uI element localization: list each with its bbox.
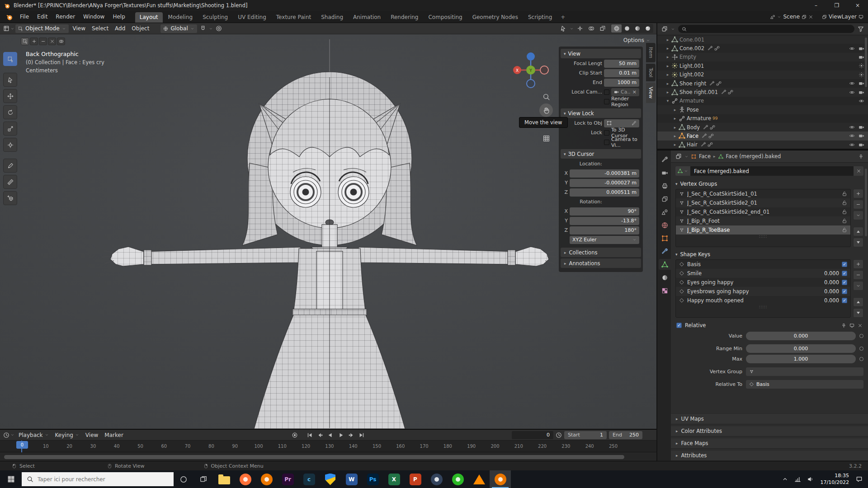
xray-toggle[interactable] [598,24,608,33]
cursor-location-x-field[interactable]: -0.000381 m [570,169,639,178]
taskbar-search[interactable] [22,472,174,486]
eye-toggle-icon[interactable] [849,142,855,148]
vertex-group-row-j-sec-r-coatskirtside1-01[interactable]: J_Sec_R_CoatSkirtSide1_01 [676,189,850,198]
frame-start-field[interactable]: Start1 [564,431,607,439]
shape-key-row-smile[interactable]: Smile0.000 [676,269,850,278]
lock-icon[interactable] [842,191,847,197]
properties-tab-world[interactable] [659,220,671,230]
tool-scale-button[interactable] [3,122,17,136]
expand-arrow-icon[interactable]: ▾ [665,99,671,103]
scene-selector[interactable]: Scene [770,14,813,20]
panel-header-attributes[interactable]: ▸Attributes [671,450,868,461]
taskbar-icon-powerpoint[interactable]: P [405,470,426,488]
timeline-menu-marker[interactable]: Marker [101,432,126,438]
mode-dropdown[interactable]: Object Mode [15,24,69,33]
timeline-menu-playback[interactable]: Playback [15,432,52,438]
outliner-item-armature[interactable]: ▸Armature99 [657,114,868,123]
filter-icon[interactable] [858,26,864,32]
cortana-button[interactable] [174,470,193,488]
camera-toggle-icon[interactable] [859,124,864,130]
shape-key-row-eyesbrows-going-happy[interactable]: Eyesbrows going happy0.000 [676,287,850,296]
taskbar-icon-steam[interactable] [426,470,447,488]
start-button[interactable] [0,470,22,488]
shape-key-value[interactable]: 0.000 [813,279,839,286]
tool-select-box-button[interactable] [3,52,17,66]
sidebar-tab-view[interactable]: View [646,83,656,103]
cursor-rotation-z-field[interactable]: 180° [570,226,639,235]
sidebar-tab-tool[interactable]: Tool [646,64,656,81]
view-section-header[interactable]: ▾View [561,49,641,58]
light-toggle-icon[interactable] [859,72,864,78]
menu-edit[interactable]: Edit [33,14,52,20]
light-toggle-icon[interactable] [859,63,864,69]
expand-arrow-icon[interactable]: ▸ [672,108,678,112]
properties-tab-object[interactable] [659,233,671,244]
viewport-menu-object[interactable]: Object [128,25,152,32]
overlays-dropdown[interactable] [586,24,596,33]
outliner-item-armature[interactable]: ▾Armature [657,97,868,105]
list-resize-handle[interactable]: ::::: [676,305,850,309]
camera-to-view-checkbox[interactable] [604,140,609,145]
playhead[interactable]: 0 [16,441,28,449]
editor-type-icon[interactable] [661,26,668,32]
shading-solid-button[interactable] [622,24,632,33]
clip-start-field[interactable]: 0.01 m [604,69,639,77]
snap-options-chevron-icon[interactable] [209,27,213,31]
rotation-order-dropdown[interactable]: XYZ Euler [570,236,639,244]
workspace-tab-rendering[interactable]: Rendering [386,12,423,23]
properties-scrollbar[interactable] [865,169,867,236]
taskbar-icon-excel[interactable]: X [383,470,405,488]
taskbar-icon-blender[interactable] [256,470,277,488]
remove-shape-key-button[interactable] [853,270,863,280]
cursor-location-y-field[interactable]: -0.000027 m [570,179,639,187]
taskbar-icon-file-explorer[interactable] [213,470,235,488]
eye-toggle-icon[interactable] [849,80,855,86]
select-mode-new-button[interactable] [21,38,29,45]
previous-keyframe-button[interactable] [315,431,325,440]
vertex-group-row-j-bip-r-toebase[interactable]: J_Bip_R_ToeBase [676,225,850,235]
outliner-item-shoe-right-001[interactable]: ▸Shoe right.001 [657,88,868,96]
move-shape-key-down-button[interactable] [853,308,863,318]
vertex-group-row-j-sec-r-coatskirtside2-end-01[interactable]: J_Sec_R_CoatSkirtSide2_end_01 [676,207,850,216]
breadcrumb-object[interactable]: Face [699,153,711,160]
vertex-group-row-j-bip-r-foot[interactable]: J_Bip_R_Foot [676,216,850,225]
camera-toggle-icon[interactable] [859,142,864,148]
taskbar-icon-whatsapp[interactable] [447,470,468,488]
outliner-item-empty[interactable]: ▸Empty [657,53,868,61]
render-region-checkbox[interactable] [604,99,609,104]
tool-rotate-button[interactable] [3,105,17,119]
camera-toggle-icon[interactable] [859,46,864,52]
task-view-button[interactable] [193,470,213,488]
clip-end-field[interactable]: 1000 m [604,79,639,87]
editor-type-icon[interactable] [675,153,682,160]
taskbar-icon-utility-a[interactable] [468,470,490,488]
tool-options-button[interactable]: Options [623,37,650,43]
move-view-button[interactable] [539,103,553,117]
new-scene-icon[interactable] [802,14,807,19]
tray-volume-icon[interactable] [807,476,814,483]
clear-icon[interactable] [858,323,863,328]
taskbar-icon-creative-app[interactable]: c [298,470,320,488]
maximize-button[interactable]: ❐ [826,0,847,11]
expand-arrow-icon[interactable]: ▸ [665,46,671,51]
properties-tab-texture[interactable] [659,285,671,296]
outliner-item-light-002[interactable]: ▸Light.002 [657,70,868,79]
tool-transform-button[interactable] [3,138,17,152]
viewport-menu-select[interactable]: Select [89,25,112,32]
frame-end-field[interactable]: End250 [609,431,642,439]
tool-add-cube-button[interactable] [3,191,17,205]
expand-arrow-icon[interactable]: ▸ [665,64,671,68]
workspace-tab-modeling[interactable]: Modeling [164,12,198,23]
select-mode-intersect-button[interactable] [57,38,65,45]
new-view-layer-icon[interactable] [859,14,863,19]
pin-icon[interactable] [841,323,846,328]
shading-wireframe-button[interactable] [611,24,622,33]
camera-toggle-icon[interactable] [859,133,864,139]
outliner-item-hair[interactable]: ▸Hair [657,141,868,149]
properties-tab-material[interactable] [659,272,671,283]
auto-keying-button[interactable] [289,431,300,440]
collections-panel-header[interactable]: ▸Collections [561,248,641,257]
workspace-tab-texture-paint[interactable]: Texture Paint [272,12,316,23]
expand-arrow-icon[interactable]: ▸ [665,72,671,77]
proportional-editing-toggle[interactable] [214,24,224,33]
